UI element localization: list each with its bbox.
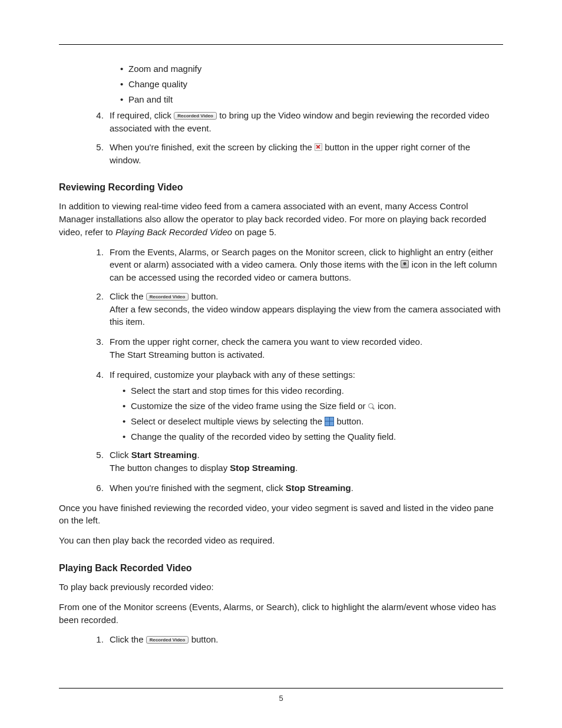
text: on page 5. <box>234 227 276 237</box>
text: . <box>351 483 353 493</box>
step-detail: The Start Streaming button is activated. <box>110 348 503 361</box>
recorded-video-button-icon: Recorded Video <box>174 112 217 120</box>
text: From the upper right corner, check the c… <box>110 337 422 347</box>
text: If required, click <box>110 110 174 120</box>
camera-icon <box>401 260 409 268</box>
prior-steps-list: If required, click Recorded Video to bri… <box>59 109 503 166</box>
recorded-video-button-icon: Recorded Video <box>146 293 189 301</box>
top-sub-bullets: Zoom and magnify Change quality Pan and … <box>107 62 503 106</box>
bullet-item: Pan and tilt <box>120 93 503 106</box>
text: When you're finished, exit the screen by… <box>110 142 315 152</box>
action-name: Stop Streaming <box>286 483 351 493</box>
paragraph: From one of the Monitor screens (Events,… <box>59 601 503 627</box>
text: Customize the size of the video frame us… <box>131 401 368 411</box>
step-3: From the upper right corner, check the c… <box>106 335 503 361</box>
text: Select or deselect multiple views by sel… <box>131 416 325 426</box>
text: button. <box>337 416 364 426</box>
bullet-item: Change quality <box>120 78 503 91</box>
text: icon. <box>378 401 396 411</box>
bullet-item: Zoom and magnify <box>120 62 503 75</box>
step-5: When you're finished, exit the screen by… <box>106 141 503 167</box>
bottom-rule <box>59 688 503 689</box>
step-detail: The button changes to display Stop Strea… <box>110 462 503 475</box>
paragraph: To play back previously recorded video: <box>59 581 503 594</box>
action-name: Stop Streaming <box>230 463 295 473</box>
step-2: Click the Recorded Video button. After a… <box>106 290 503 328</box>
bullet-item: Select the start and stop times for this… <box>123 384 503 397</box>
text: Click the <box>110 291 146 301</box>
step-6: When you're finished with the segment, c… <box>106 482 503 495</box>
paragraph: Once you have finished reviewing the rec… <box>59 502 503 528</box>
reviewing-steps-list: From the Events, Alarms, or Search pages… <box>59 246 503 495</box>
top-rule <box>59 44 503 45</box>
text: button. <box>191 291 219 301</box>
step-1: From the Events, Alarms, or Search pages… <box>106 246 503 284</box>
bullet-item: Change the quality of the recorded video… <box>123 430 503 443</box>
recorded-video-button-icon: Recorded Video <box>146 636 189 644</box>
playback-steps-list: Click the Recorded Video button. <box>59 633 503 646</box>
step-4: If required, click Recorded Video to bri… <box>106 109 503 135</box>
text: Click <box>110 450 131 460</box>
section-heading-reviewing: Reviewing Recording Video <box>59 180 503 194</box>
step-4: If required, customize your playback wit… <box>106 368 503 443</box>
step-detail: After a few seconds, the video window ap… <box>110 303 503 329</box>
paragraph: You can then play back the recorded vide… <box>59 534 503 547</box>
step-1: Click the Recorded Video button. <box>106 633 503 646</box>
bullet-item: Select or deselect multiple views by sel… <box>123 415 503 428</box>
close-icon <box>315 143 322 151</box>
section-heading-playback: Playing Back Recorded Video <box>59 561 503 575</box>
text: The button changes to display <box>110 463 230 473</box>
step-4-bullets: Select the start and stop times for this… <box>110 384 503 443</box>
text: Click the <box>110 634 146 644</box>
magnify-icon <box>368 403 375 410</box>
text: button. <box>191 634 219 644</box>
paragraph: In addition to viewing real-time video f… <box>59 200 503 238</box>
step-5: Click Start Streaming. The button change… <box>106 449 503 475</box>
document-page: Zoom and magnify Change quality Pan and … <box>0 0 562 728</box>
page-number: 5 <box>0 693 562 704</box>
bullet-item: Customize the size of the video frame us… <box>123 400 503 413</box>
action-name: Start Streaming <box>131 450 197 460</box>
text: When you're finished with the segment, c… <box>110 483 286 493</box>
text: . <box>295 463 297 473</box>
text: If required, customize your playback wit… <box>110 370 355 380</box>
reference-link: Playing Back Recorded Video <box>115 227 232 237</box>
multi-view-icon <box>325 417 334 426</box>
text: . <box>197 450 199 460</box>
